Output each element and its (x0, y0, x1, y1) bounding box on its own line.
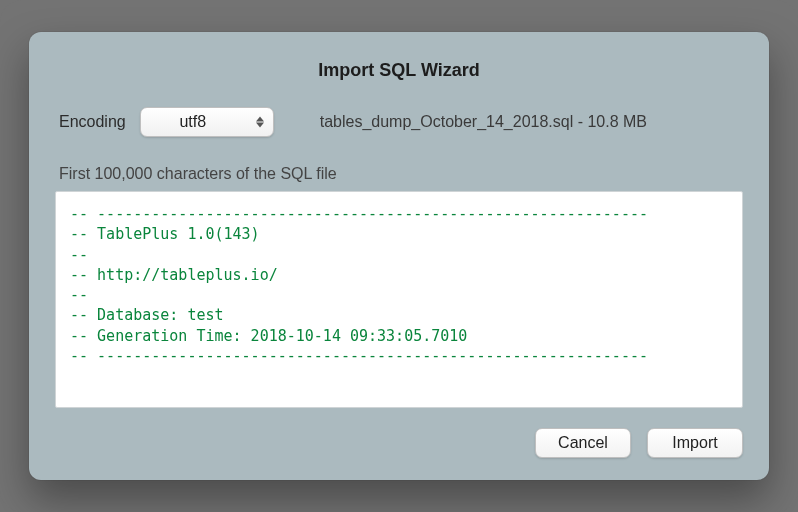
cancel-button[interactable]: Cancel (535, 428, 631, 458)
encoding-select[interactable]: utf8 (140, 107, 274, 137)
dialog-button-row: Cancel Import (55, 428, 743, 458)
preview-caption: First 100,000 characters of the SQL file (55, 165, 743, 183)
file-info-label: tables_dump_October_14_2018.sql - 10.8 M… (320, 113, 647, 131)
sql-preview: -- -------------------------------------… (55, 191, 743, 408)
encoding-row: Encoding utf8 tables_dump_October_14_201… (55, 107, 743, 137)
import-sql-wizard-dialog: Import SQL Wizard Encoding utf8 tables_d… (29, 32, 769, 480)
import-button[interactable]: Import (647, 428, 743, 458)
encoding-select-wrap: utf8 (140, 107, 274, 137)
encoding-label: Encoding (59, 113, 126, 131)
window-backdrop: Import SQL Wizard Encoding utf8 tables_d… (0, 0, 798, 512)
dialog-title: Import SQL Wizard (55, 60, 743, 81)
